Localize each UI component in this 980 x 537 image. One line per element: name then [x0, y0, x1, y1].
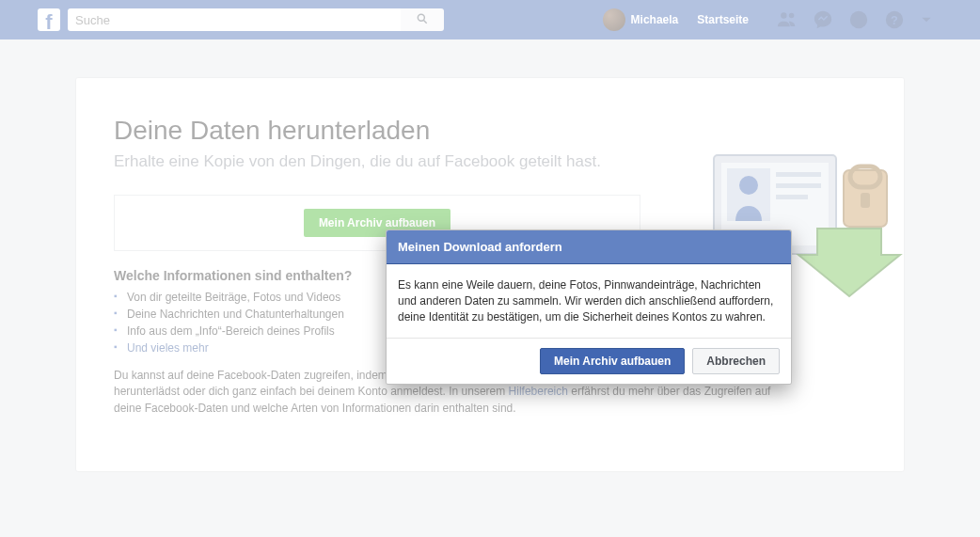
dialog-footer: Mein Archiv aufbauen Abbrechen: [387, 338, 791, 384]
cancel-button[interactable]: Abbrechen: [692, 348, 780, 374]
dialog-title: Meinen Download anfordern: [387, 230, 791, 264]
modal-overlay: Meinen Download anfordern Es kann eine W…: [0, 0, 980, 510]
dialog-body: Es kann eine Weile dauern, deine Fotos, …: [387, 264, 791, 338]
download-dialog: Meinen Download anfordern Es kann eine W…: [386, 229, 792, 385]
confirm-button[interactable]: Mein Archiv aufbauen: [540, 348, 685, 374]
